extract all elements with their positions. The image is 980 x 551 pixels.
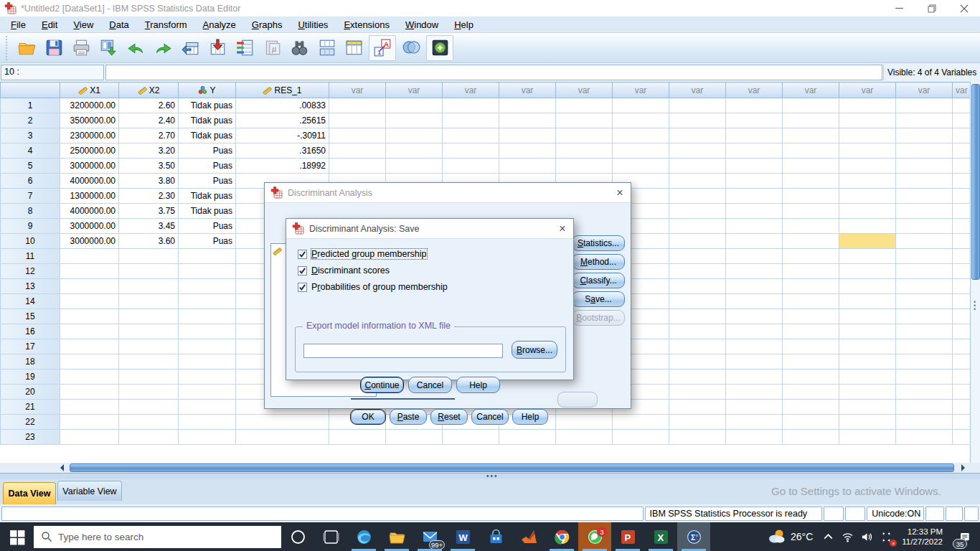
empty-cell[interactable] bbox=[953, 369, 971, 385]
empty-cell[interactable] bbox=[783, 294, 839, 309]
empty-cell[interactable] bbox=[613, 98, 669, 113]
empty-cell[interactable] bbox=[613, 128, 669, 143]
empty-cell[interactable] bbox=[953, 189, 971, 204]
empty-cell[interactable] bbox=[386, 113, 443, 128]
empty-cell[interactable] bbox=[783, 339, 839, 354]
data-cell[interactable] bbox=[119, 264, 179, 279]
column-header-y[interactable]: Y bbox=[179, 83, 236, 98]
row-header[interactable]: 23 bbox=[1, 430, 60, 445]
goto-case-icon[interactable] bbox=[176, 35, 204, 61]
data-cell[interactable]: 3000000.00 bbox=[60, 234, 119, 249]
data-cell[interactable]: 2300000.00 bbox=[60, 128, 119, 143]
row-header[interactable]: 20 bbox=[1, 385, 60, 400]
data-cell[interactable] bbox=[60, 385, 119, 400]
empty-cell[interactable] bbox=[669, 249, 726, 264]
column-header-var[interactable]: var bbox=[839, 83, 896, 98]
empty-cell[interactable] bbox=[896, 128, 953, 143]
empty-cell[interactable] bbox=[839, 400, 896, 415]
data-cell[interactable] bbox=[60, 309, 119, 324]
menu-utilities[interactable]: Utilities bbox=[290, 18, 336, 32]
empty-cell[interactable] bbox=[896, 264, 953, 279]
empty-cell[interactable] bbox=[896, 415, 953, 430]
checkbox-box[interactable] bbox=[298, 283, 307, 292]
data-cell[interactable] bbox=[179, 249, 236, 264]
use-variable-sets-icon[interactable] bbox=[397, 35, 425, 61]
empty-cell[interactable] bbox=[896, 98, 953, 113]
data-cell[interactable] bbox=[236, 430, 329, 445]
empty-cell[interactable] bbox=[329, 430, 386, 445]
empty-cell[interactable] bbox=[726, 415, 783, 430]
empty-cell[interactable] bbox=[613, 159, 669, 174]
empty-cell[interactable] bbox=[499, 113, 556, 128]
empty-cell[interactable] bbox=[783, 430, 839, 445]
row-header[interactable]: 10 bbox=[1, 234, 60, 249]
empty-cell[interactable] bbox=[783, 354, 839, 369]
empty-cell[interactable] bbox=[896, 279, 953, 294]
empty-cell[interactable] bbox=[896, 430, 953, 445]
data-cell[interactable] bbox=[119, 400, 179, 415]
cancel-button[interactable]: Cancel bbox=[408, 377, 452, 393]
data-cell[interactable] bbox=[119, 309, 179, 324]
empty-cell[interactable] bbox=[839, 113, 896, 128]
empty-cell[interactable] bbox=[386, 98, 443, 113]
data-cell[interactable] bbox=[60, 369, 119, 385]
data-cell[interactable] bbox=[119, 249, 179, 264]
data-cell[interactable] bbox=[60, 279, 119, 294]
save-icon[interactable] bbox=[40, 35, 67, 61]
empty-cell[interactable] bbox=[953, 98, 971, 113]
empty-cell[interactable] bbox=[669, 294, 726, 309]
data-cell[interactable]: Puas bbox=[179, 174, 236, 189]
empty-cell[interactable] bbox=[839, 279, 896, 294]
empty-cell[interactable] bbox=[783, 159, 839, 174]
empty-cell[interactable] bbox=[839, 189, 896, 204]
empty-cell[interactable] bbox=[839, 98, 896, 113]
empty-cell[interactable] bbox=[953, 339, 971, 354]
empty-cell[interactable] bbox=[499, 159, 556, 174]
data-cell[interactable]: Tidak puas bbox=[179, 204, 236, 219]
menu-view[interactable]: View bbox=[65, 18, 101, 32]
data-cell[interactable]: 3.45 bbox=[119, 219, 179, 234]
row-header[interactable]: 19 bbox=[1, 369, 60, 385]
data-cell[interactable]: .18992 bbox=[236, 159, 329, 174]
row-header[interactable]: 17 bbox=[1, 339, 60, 354]
empty-cell[interactable] bbox=[613, 430, 669, 445]
empty-cell[interactable] bbox=[556, 143, 613, 159]
data-cell[interactable] bbox=[179, 415, 236, 430]
data-cell[interactable]: 4000000.00 bbox=[60, 204, 119, 219]
data-cell[interactable]: 3500000.00 bbox=[60, 113, 119, 128]
data-cell[interactable] bbox=[119, 430, 179, 445]
empty-cell[interactable] bbox=[726, 400, 783, 415]
menu-extensions[interactable]: Extensions bbox=[336, 18, 397, 32]
data-cell[interactable]: .25615 bbox=[236, 113, 329, 128]
continue-button[interactable]: Continue bbox=[360, 377, 404, 393]
method-button[interactable]: Method... bbox=[572, 254, 625, 270]
row-header[interactable]: 21 bbox=[1, 400, 60, 415]
empty-cell[interactable] bbox=[613, 113, 669, 128]
open-data-icon[interactable] bbox=[13, 35, 40, 61]
taskbar-word-icon[interactable]: W bbox=[446, 522, 479, 551]
active-cell[interactable] bbox=[839, 234, 896, 249]
column-header-res_1[interactable]: RES_1 bbox=[236, 83, 329, 98]
empty-cell[interactable] bbox=[953, 249, 971, 264]
data-cell[interactable] bbox=[179, 339, 236, 354]
empty-cell[interactable] bbox=[783, 113, 839, 128]
empty-cell[interactable] bbox=[953, 400, 971, 415]
empty-cell[interactable] bbox=[839, 128, 896, 143]
data-cell[interactable] bbox=[119, 354, 179, 369]
menu-analyze[interactable]: Analyze bbox=[195, 18, 244, 32]
empty-cell[interactable] bbox=[726, 279, 783, 294]
empty-cell[interactable] bbox=[783, 189, 839, 204]
device-status-icon[interactable]: × bbox=[877, 522, 896, 551]
empty-cell[interactable] bbox=[953, 264, 971, 279]
empty-cell[interactable] bbox=[953, 113, 971, 128]
empty-cell[interactable] bbox=[896, 249, 953, 264]
data-cell[interactable]: Puas bbox=[179, 159, 236, 174]
empty-cell[interactable] bbox=[329, 159, 386, 174]
value-button-fragment[interactable] bbox=[557, 392, 598, 408]
empty-cell[interactable] bbox=[783, 385, 839, 400]
data-cell[interactable]: .31650 bbox=[236, 143, 329, 159]
empty-cell[interactable] bbox=[669, 264, 726, 279]
empty-cell[interactable] bbox=[896, 174, 953, 189]
value-labels-icon[interactable]: A1 bbox=[369, 35, 396, 61]
empty-cell[interactable] bbox=[953, 294, 971, 309]
